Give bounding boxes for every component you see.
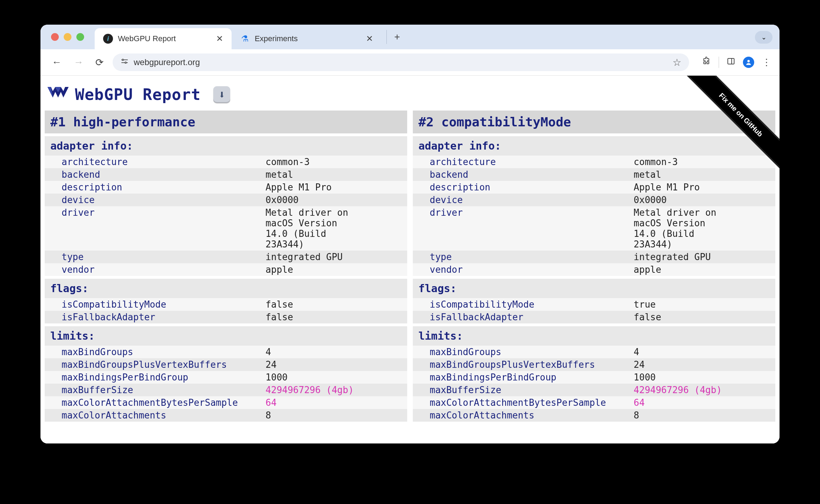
tab-strip: i WebGPU Report ✕ ⚗ Experiments ✕ + ⌄ xyxy=(40,25,780,49)
section-label: flags: xyxy=(413,279,775,298)
table-row: maxBufferSize4294967296 (4gb) xyxy=(413,384,775,396)
tab-experiments[interactable]: ⚗ Experiments ✕ xyxy=(232,28,381,49)
row-key: maxBindGroups xyxy=(62,347,266,357)
close-icon[interactable]: ✕ xyxy=(366,34,373,44)
table-row: vendorapple xyxy=(413,263,775,276)
back-button[interactable]: ← xyxy=(49,54,64,71)
row-key: isFallbackAdapter xyxy=(62,312,266,322)
row-key: maxColorAttachments xyxy=(62,410,266,421)
new-tab-button[interactable]: + xyxy=(386,30,400,44)
reload-button[interactable]: ⟳ xyxy=(93,54,106,71)
svg-point-0 xyxy=(122,59,124,61)
row-value: false xyxy=(634,312,770,322)
row-key: type xyxy=(430,252,634,262)
row-value: false xyxy=(266,299,402,310)
row-value: Metal driver on macOS Version 14.0 (Buil… xyxy=(266,207,402,250)
tab-title: WebGPU Report xyxy=(118,34,176,43)
tabs-dropdown-button[interactable]: ⌄ xyxy=(755,31,772,44)
row-value: Apple M1 Pro xyxy=(266,182,402,193)
window-minimize-button[interactable] xyxy=(64,33,71,41)
profile-button[interactable] xyxy=(743,57,754,68)
row-key: architecture xyxy=(62,157,266,167)
row-value: true xyxy=(634,299,770,310)
window-maximize-button[interactable] xyxy=(76,33,84,41)
row-key: maxBufferSize xyxy=(62,385,266,395)
row-key: vendor xyxy=(62,264,266,275)
sidepanel-icon[interactable] xyxy=(727,57,735,68)
row-value: integrated GPU xyxy=(266,252,402,262)
url-text: webgpureport.org xyxy=(134,57,200,67)
table-row: isFallbackAdapterfalse xyxy=(413,311,775,323)
row-value: 4294967296 (4gb) xyxy=(634,385,770,395)
row-value: common-3 xyxy=(634,157,770,167)
svg-point-8 xyxy=(748,60,750,62)
window-close-button[interactable] xyxy=(51,33,59,41)
page-header: WebGPU Report ⬇ xyxy=(40,76,780,111)
tab-title: Experiments xyxy=(255,34,298,43)
adapter-columns: #1 high-performanceadapter info:architec… xyxy=(40,111,780,422)
table-row: maxBindGroupsPlusVertexBuffers24 xyxy=(45,358,407,371)
section-label: adapter info: xyxy=(413,136,775,156)
webgpu-logo-icon xyxy=(48,87,69,102)
table-row: maxBufferSize4294967296 (4gb) xyxy=(45,384,407,396)
row-key: maxBindGroupsPlusVertexBuffers xyxy=(62,359,266,370)
row-value: 0x0000 xyxy=(266,195,402,205)
url-input[interactable]: webgpureport.org ☆ xyxy=(113,53,689,71)
section-rows: isCompatibilityModefalseisFallbackAdapte… xyxy=(45,298,407,323)
adapter-column: #2 compatibilityModeadapter info:archite… xyxy=(413,111,775,422)
adapter-column: #1 high-performanceadapter info:architec… xyxy=(45,111,407,422)
row-key: isCompatibilityMode xyxy=(430,299,634,310)
row-key: maxColorAttachments xyxy=(430,410,634,421)
tab-webgpu-report[interactable]: i WebGPU Report ✕ xyxy=(95,28,232,49)
forward-button[interactable]: → xyxy=(71,54,86,71)
row-value: metal xyxy=(634,169,770,180)
browser-window: i WebGPU Report ✕ ⚗ Experiments ✕ + ⌄ ← … xyxy=(40,25,780,443)
table-row: driverMetal driver on macOS Version 14.0… xyxy=(413,206,775,251)
row-value: 64 xyxy=(266,397,402,408)
row-key: driver xyxy=(62,207,266,250)
row-key: backend xyxy=(62,169,266,180)
menu-icon[interactable]: ⋮ xyxy=(762,57,771,68)
table-row: maxColorAttachmentBytesPerSample64 xyxy=(413,396,775,409)
table-row: driverMetal driver on macOS Version 14.0… xyxy=(45,206,407,251)
section-rows: isCompatibilityModetrueisFallbackAdapter… xyxy=(413,298,775,323)
row-value: Apple M1 Pro xyxy=(634,182,770,193)
site-settings-icon[interactable] xyxy=(120,57,129,68)
row-value: apple xyxy=(634,264,770,275)
adapter-heading: #2 compatibilityMode xyxy=(413,111,775,133)
section-label: limits: xyxy=(413,326,775,346)
close-icon[interactable]: ✕ xyxy=(216,34,223,44)
row-key: maxBufferSize xyxy=(430,385,634,395)
section-rows: maxBindGroups4maxBindGroupsPlusVertexBuf… xyxy=(413,346,775,422)
row-value: 24 xyxy=(634,359,770,370)
star-icon[interactable]: ☆ xyxy=(673,57,681,68)
page-content: Fix me on GitHub WebGPU Report ⬇ #1 high… xyxy=(40,76,780,443)
row-value: 8 xyxy=(634,410,770,421)
page-title: WebGPU Report xyxy=(75,86,201,103)
row-key: maxBindGroupsPlusVertexBuffers xyxy=(430,359,634,370)
row-value: 1000 xyxy=(634,372,770,383)
table-row: maxBindGroups4 xyxy=(413,346,775,358)
chevron-down-icon: ⌄ xyxy=(761,33,767,41)
row-value: common-3 xyxy=(266,157,402,167)
table-row: maxBindingsPerBindGroup1000 xyxy=(45,371,407,384)
row-key: type xyxy=(62,252,266,262)
extensions-icon[interactable] xyxy=(702,57,711,68)
window-controls xyxy=(51,33,84,41)
row-key: backend xyxy=(430,169,634,180)
row-key: isCompatibilityMode xyxy=(62,299,266,310)
row-value: 1000 xyxy=(266,372,402,383)
row-value: Metal driver on macOS Version 14.0 (Buil… xyxy=(634,207,770,250)
favicon-icon: i xyxy=(103,34,113,44)
row-key: device xyxy=(430,195,634,205)
table-row: device0x0000 xyxy=(45,194,407,206)
table-row: descriptionApple M1 Pro xyxy=(413,181,775,194)
row-value: false xyxy=(266,312,402,322)
row-value: apple xyxy=(266,264,402,275)
row-value: 4294967296 (4gb) xyxy=(266,385,402,395)
row-value: 64 xyxy=(634,397,770,408)
download-button[interactable]: ⬇ xyxy=(213,86,230,103)
row-key: maxColorAttachmentBytesPerSample xyxy=(430,397,634,408)
section-label: adapter info: xyxy=(45,136,407,156)
table-row: maxBindGroups4 xyxy=(45,346,407,358)
